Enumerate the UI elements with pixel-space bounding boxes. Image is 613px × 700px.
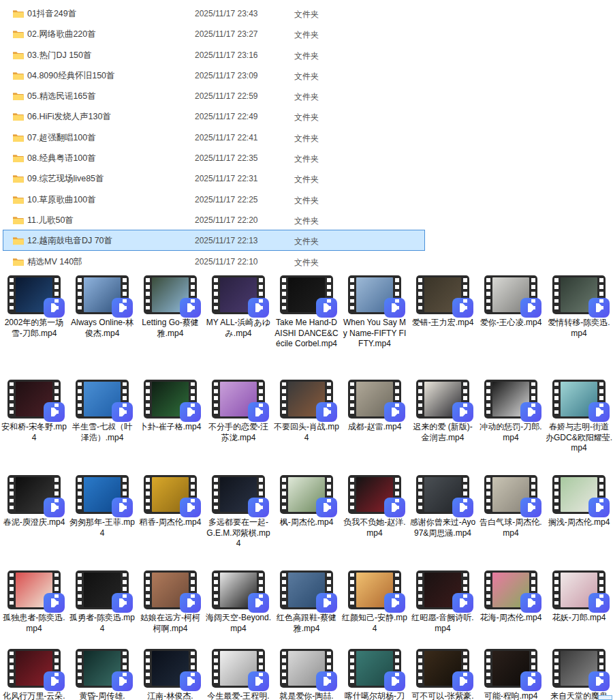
video-item[interactable]: 迟来的爱 (新版)-金润吉.mp4 bbox=[409, 380, 477, 443]
play-triangle-icon bbox=[185, 676, 195, 686]
video-item[interactable]: 多远都要在一起-G.E.M.邓紫棋.mp4 bbox=[204, 475, 272, 549]
video-filename: 孤独患者-陈奕迅.mp4 bbox=[0, 613, 68, 634]
video-item[interactable]: 稻香-周杰伦.mp4 bbox=[136, 475, 204, 528]
video-item[interactable]: 来自天堂的魔鬼 bbox=[545, 649, 613, 700]
video-item[interactable]: When You Say My Name-FIFTY FIFTY.mp4 bbox=[341, 275, 409, 350]
video-item[interactable]: 匆匆那年-王菲.mp4 bbox=[68, 475, 136, 538]
video-item[interactable]: Take Me Hand-DAISHI DANCE&Cécile Corbel.… bbox=[272, 275, 341, 350]
video-item[interactable]: 搁浅-周杰伦.mp4 bbox=[545, 475, 613, 528]
video-item[interactable]: 今生最爱-王程明. bbox=[204, 649, 272, 700]
play-triangle-icon bbox=[390, 407, 400, 417]
play-badge-icon bbox=[248, 671, 269, 691]
filmstrip-thumbnail bbox=[76, 570, 129, 609]
play-badge-icon bbox=[588, 593, 610, 613]
play-badge-icon bbox=[316, 671, 337, 691]
play-badge-icon bbox=[112, 593, 133, 613]
video-filename: 迟来的爱 (新版)-金润吉.mp4 bbox=[409, 422, 477, 443]
video-item[interactable]: 感谢你曾来过-Ayo97&周思涵.mp4 bbox=[409, 475, 477, 538]
video-item[interactable]: 卜卦-崔子格.mp4 bbox=[136, 380, 204, 433]
play-badge-icon bbox=[248, 593, 269, 613]
video-filename: 爱情转移-陈奕迅.mp4 bbox=[545, 318, 613, 339]
video-item[interactable]: 孤独患者-陈奕迅.mp4 bbox=[0, 570, 68, 634]
video-item[interactable]: 黄昏-周传雄. bbox=[68, 649, 136, 700]
play-triangle-icon bbox=[321, 502, 332, 513]
filmstrip-thumbnail bbox=[7, 649, 61, 688]
video-item[interactable]: 告白气球-周杰伦.mp4 bbox=[477, 475, 545, 538]
video-item[interactable]: 半生雪-七叔（叶泽浩）.mp4 bbox=[68, 380, 136, 443]
play-badge-icon bbox=[248, 402, 269, 422]
video-item[interactable]: 安和桥-宋冬野.mp4 bbox=[0, 380, 68, 443]
play-triangle-icon bbox=[117, 303, 127, 313]
video-item[interactable]: 红色高跟鞋-蔡健雅.mp4 bbox=[272, 570, 341, 634]
video-item[interactable]: 冲动的惩罚-刀郎.mp4 bbox=[477, 380, 545, 443]
video-item[interactable]: 可不可以-张紫豪. bbox=[409, 649, 477, 700]
video-item[interactable]: 孤勇者-陈奕迅.mp4 bbox=[68, 570, 136, 634]
video-item[interactable]: 海阔天空-Beyond.mp4 bbox=[204, 570, 272, 634]
video-filename: 喀什噶尔胡杨-刀 bbox=[341, 691, 409, 700]
play-triangle-icon bbox=[594, 598, 604, 608]
video-filename: 多远都要在一起-G.E.M.邓紫棋.mp4 bbox=[204, 517, 272, 549]
video-filename: 告白气球-周杰伦.mp4 bbox=[477, 517, 545, 538]
filmstrip-thumbnail bbox=[552, 649, 606, 688]
video-item[interactable]: 不分手的恋爱-汪苏泷.mp4 bbox=[204, 380, 272, 443]
play-triangle-icon bbox=[594, 407, 604, 417]
video-filename: 匆匆那年-王菲.mp4 bbox=[68, 517, 136, 538]
video-item[interactable]: 负我不负她-赵洋.mp4 bbox=[341, 475, 409, 538]
video-item[interactable]: 可能-程响.mp4 bbox=[477, 649, 545, 700]
filmstrip-thumbnail bbox=[144, 380, 197, 419]
video-item[interactable]: 不要回头-肖战.mp4 bbox=[272, 380, 341, 443]
play-badge-icon bbox=[180, 498, 201, 517]
play-badge-icon bbox=[180, 671, 201, 691]
play-badge-icon bbox=[520, 298, 541, 318]
video-item[interactable]: MY ALL-浜崎あゆみ.mp4 bbox=[204, 275, 272, 339]
video-filename: Letting Go-蔡健雅.mp4 bbox=[136, 318, 204, 339]
play-badge-icon bbox=[316, 402, 337, 422]
video-item[interactable]: 枫-周杰伦.mp4 bbox=[272, 475, 341, 528]
play-badge-icon bbox=[384, 298, 405, 318]
play-badge-icon bbox=[520, 498, 541, 517]
play-badge-icon bbox=[180, 593, 201, 613]
video-item[interactable]: 花妖-刀郎.mp4 bbox=[545, 570, 613, 624]
play-triangle-icon bbox=[526, 303, 536, 313]
video-item[interactable]: Always Online-林俊杰.mp4 bbox=[68, 275, 136, 339]
video-item[interactable]: 江南-林俊杰. bbox=[136, 649, 204, 700]
play-badge-icon bbox=[588, 402, 610, 422]
video-filename: When You Say My Name-FIFTY FIFTY.mp4 bbox=[341, 318, 409, 350]
video-item[interactable]: 姑娘在远方-柯柯柯啊.mp4 bbox=[136, 570, 204, 634]
filmstrip-thumbnail bbox=[76, 475, 129, 514]
filmstrip-thumbnail bbox=[76, 649, 129, 688]
play-badge-icon bbox=[180, 298, 201, 318]
video-item[interactable]: 就是爱你-陶喆. bbox=[272, 649, 341, 700]
video-filename: 枫-周杰伦.mp4 bbox=[272, 517, 341, 528]
play-triangle-icon bbox=[117, 598, 127, 608]
filmstrip-thumbnail bbox=[212, 649, 265, 688]
video-filename: 孤勇者-陈奕迅.mp4 bbox=[68, 613, 136, 634]
video-filename: 红颜知己-安静.mp4 bbox=[341, 613, 409, 634]
video-item[interactable]: 成都-赵雷.mp4 bbox=[341, 380, 409, 433]
video-item[interactable]: 2002年的第一场雪-刀郎.mp4 bbox=[0, 275, 68, 339]
play-triangle-icon bbox=[526, 407, 536, 417]
play-triangle-icon bbox=[526, 598, 536, 608]
play-badge-icon bbox=[452, 298, 473, 318]
video-item[interactable]: 红颜知己-安静.mp4 bbox=[341, 570, 409, 634]
filmstrip-thumbnail bbox=[416, 475, 469, 514]
filmstrip-thumbnail bbox=[484, 649, 537, 688]
video-item[interactable]: 化风行万里-云朵. bbox=[0, 649, 68, 700]
video-item[interactable]: 红昭愿-音阙诗听.mp4 bbox=[409, 570, 477, 634]
video-item[interactable]: Letting Go-蔡健雅.mp4 bbox=[136, 275, 204, 339]
video-item[interactable]: 花海-周杰伦.mp4 bbox=[477, 570, 545, 624]
video-item[interactable]: 爱情转移-陈奕迅.mp4 bbox=[545, 275, 613, 339]
play-badge-icon bbox=[588, 298, 610, 318]
video-item[interactable]: 春娇与志明-街道办GDC&欧阳耀莹.mp4 bbox=[545, 380, 613, 454]
play-triangle-icon bbox=[253, 502, 264, 513]
play-badge-icon bbox=[44, 402, 65, 422]
video-item[interactable]: 喀什噶尔胡杨-刀 bbox=[341, 649, 409, 700]
filmstrip-thumbnail bbox=[280, 649, 333, 688]
video-filename: 黄昏-周传雄. bbox=[68, 691, 136, 700]
video-item[interactable]: 爱错-王力宏.mp4 bbox=[409, 275, 477, 329]
filmstrip-thumbnail bbox=[144, 275, 197, 314]
play-triangle-icon bbox=[321, 676, 332, 686]
video-filename: 红色高跟鞋-蔡健雅.mp4 bbox=[272, 613, 341, 634]
video-item[interactable]: 春泥-庾澄庆.mp4 bbox=[0, 475, 68, 528]
video-item[interactable]: 爱你-王心凌.mp4 bbox=[477, 275, 545, 329]
